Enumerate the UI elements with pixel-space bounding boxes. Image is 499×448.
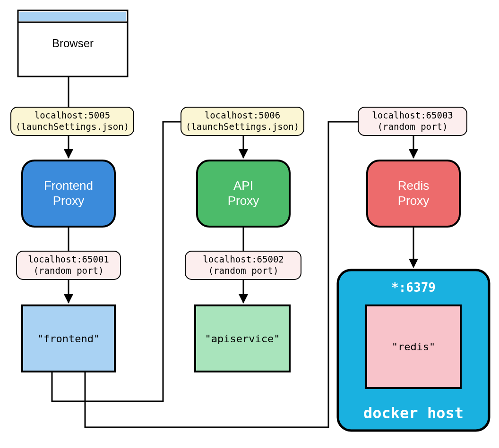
edge-label-frontend-port: localhost:5005 (launchSettings.json) [11,107,134,135]
svg-text:localhost:5006: localhost:5006 [205,110,280,120]
api-proxy-box: API Proxy [197,161,290,227]
frontend-service-box: "frontend" [22,305,115,372]
edge-label-redis-port: localhost:65003 (random port) [358,107,467,135]
svg-text:(launchSettings.json): (launchSettings.json) [16,121,129,132]
svg-text:localhost:65002: localhost:65002 [203,254,284,264]
svg-text:Proxy: Proxy [53,194,84,208]
docker-host-box: *:6379 "redis" docker host [338,270,489,431]
svg-text:Proxy: Proxy [228,194,259,208]
svg-text:localhost:65001: localhost:65001 [28,254,109,264]
edge-label-api-port: localhost:5006 (launchSettings.json) [181,107,304,135]
svg-text:Proxy: Proxy [398,194,429,208]
svg-text:"frontend": "frontend" [37,333,100,345]
svg-text:(launchSettings.json): (launchSettings.json) [186,121,299,132]
svg-text:Frontend: Frontend [44,178,93,193]
apiservice-box: "apiservice" [195,305,290,372]
edge-label-frontend-random: localhost:65001 (random port) [17,251,120,279]
svg-text:(random port): (random port) [34,265,104,276]
browser-label: Browser [52,37,94,50]
svg-text:localhost:5005: localhost:5005 [34,110,110,120]
svg-text:Redis: Redis [398,178,429,193]
svg-text:(random port): (random port) [378,121,448,132]
redis-service-box: "redis" [366,305,461,388]
svg-text:API: API [233,178,253,193]
browser-titlebar [19,12,126,21]
redis-proxy-box: Redis Proxy [367,161,460,227]
frontend-proxy-box: Frontend Proxy [22,161,115,227]
edge-label-api-random: localhost:65002 (random port) [185,251,301,279]
svg-text:*:6379: *:6379 [391,280,436,295]
svg-text:docker host: docker host [363,404,464,422]
browser-box: Browser [18,10,128,76]
svg-text:"apiservice": "apiservice" [205,333,280,345]
svg-text:(random port): (random port) [208,265,279,276]
svg-text:"redis": "redis" [392,341,436,353]
svg-text:localhost:65003: localhost:65003 [372,110,453,120]
architecture-diagram: Browser localhost:5005 (launchSettings.j… [0,0,499,448]
